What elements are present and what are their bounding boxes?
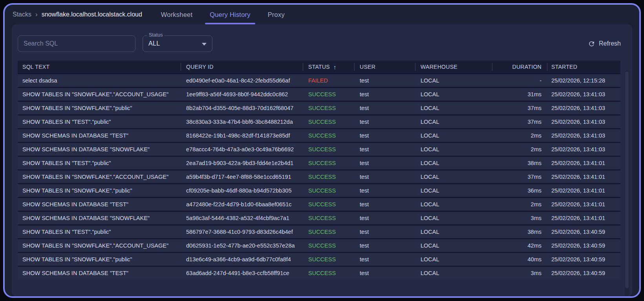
cell-status: SUCCESS — [303, 212, 354, 224]
table-row[interactable]: SHOW TABLES IN "SNOWFLAKE"."ACCOUNT_USAG… — [18, 238, 620, 252]
cell-warehouse: LOCAL — [415, 129, 492, 142]
table-row[interactable]: SHOW TABLES IN "SNOWFLAKE"."public" cf09… — [18, 183, 620, 197]
cell-started: 25/02/2026, 13:40:59 — [547, 267, 620, 279]
query-history-table: SQL TEXT QUERY ID STATUS ↑ USER WAREHOUS… — [18, 61, 620, 279]
cell-status: SUCCESS — [303, 184, 354, 197]
table-row[interactable]: SHOW SCHEMAS IN DATABASE "SNOWFLAKE" e78… — [18, 142, 620, 156]
refresh-button-label: Refresh — [599, 40, 621, 47]
table-row[interactable]: SHOW TABLES IN "TEST"."public" 2ea7ad19-… — [18, 156, 620, 169]
cell-user: test — [354, 171, 415, 183]
table-row[interactable]: SHOW TABLES IN "SNOWFLAKE"."public" d13e… — [18, 252, 620, 266]
table-row[interactable]: SHOW TABLES IN "TEST"."public" 38c830a3-… — [18, 114, 620, 128]
breadcrumb-separator: › — [35, 11, 38, 18]
column-header-status[interactable]: STATUS ↑ — [303, 61, 354, 73]
cell-user: test — [354, 116, 415, 128]
cell-query-id: 1ee9ff83-a56f-4693-8b0f-9442ddc0c862 — [181, 88, 303, 101]
cell-status: FAILED — [303, 74, 354, 87]
cell-query-id: a59b4f3b-d717-4ee7-8f88-58e1ccd65191 — [181, 171, 303, 183]
controls-row: Status ALL Refresh — [18, 35, 626, 52]
table-row[interactable]: SHOW SCHEMAS IN DATABASE "TEST" a472480e… — [18, 197, 620, 211]
cell-sql-text: SHOW SCHEMAS IN DATABASE "TEST" — [18, 267, 181, 279]
refresh-icon — [588, 40, 595, 48]
cell-query-id: 8b2ab704-d355-405e-88d3-70d162f68047 — [181, 102, 303, 114]
table-row[interactable]: SHOW SCHEMAS IN DATABASE "TEST" 8168422e… — [18, 128, 620, 142]
cell-user: test — [354, 239, 415, 252]
cell-duration: - — [492, 74, 547, 87]
cell-user: test — [354, 88, 415, 101]
sort-ascending-icon[interactable]: ↑ — [333, 64, 337, 70]
cell-query-id: d13e6c49-a366-4cb9-aa9d-6db77c0fa8f4 — [181, 253, 303, 266]
refresh-button[interactable]: Refresh — [588, 40, 621, 48]
cell-started: 25/02/2026, 13:41:03 — [547, 129, 620, 142]
cell-warehouse: LOCAL — [415, 157, 492, 169]
table-row[interactable]: select dsadsa ed0490ef-e0a0-46a1-8c42-2f… — [18, 73, 620, 87]
tab-proxy[interactable]: Proxy — [263, 5, 289, 24]
cell-user: test — [354, 74, 415, 87]
table-header-row: SQL TEXT QUERY ID STATUS ↑ USER WAREHOUS… — [18, 61, 620, 73]
column-header-started[interactable]: STARTED — [547, 61, 620, 73]
tab-query-history[interactable]: Query History — [205, 5, 255, 24]
tab-worksheet[interactable]: Worksheet — [156, 5, 197, 24]
cell-query-id: e78accc4-764b-47a3-a0e3-0c49a76b6692 — [181, 143, 303, 156]
column-header-query-id[interactable]: QUERY ID — [181, 61, 303, 73]
column-header-user[interactable]: USER — [354, 61, 415, 73]
cell-sql-text: SHOW TABLES IN "SNOWFLAKE"."public" — [18, 184, 181, 197]
cell-query-id: d0625931-1e52-477b-ae20-e552c357e28a — [181, 239, 303, 252]
cell-sql-text: SHOW SCHEMAS IN DATABASE "SNOWFLAKE" — [18, 143, 181, 156]
breadcrumb: Stacks › snowflake.localhost.localstack.… — [13, 5, 142, 24]
breadcrumb-stacks-link[interactable]: Stacks — [13, 11, 31, 18]
cell-started: 25/02/2026, 13:41:03 — [547, 102, 620, 114]
status-filter-select[interactable]: Status ALL — [143, 35, 212, 52]
table-body: select dsadsa ed0490ef-e0a0-46a1-8c42-2f… — [18, 73, 620, 279]
table-row[interactable]: SHOW SCHEMAS IN DATABASE "TEST" 63ad6add… — [18, 266, 620, 279]
cell-warehouse: LOCAL — [415, 226, 492, 238]
cell-warehouse: LOCAL — [415, 171, 492, 183]
cell-started: 25/02/2026, 13:41:01 — [547, 184, 620, 197]
tab-query-history-label: Query History — [210, 11, 250, 18]
cell-started: 25/02/2026, 13:41:03 — [547, 116, 620, 128]
cell-user: test — [354, 198, 415, 211]
cell-duration: 2ms — [492, 129, 547, 142]
top-bar: Stacks › snowflake.localhost.localstack.… — [5, 5, 639, 24]
cell-status: SUCCESS — [303, 198, 354, 211]
cell-duration: 37ms — [492, 171, 547, 183]
cell-started: 25/02/2026, 13:40:59 — [547, 239, 620, 252]
table-row[interactable]: SHOW TABLES IN "SNOWFLAKE"."public" 8b2a… — [18, 101, 620, 114]
cell-warehouse: LOCAL — [415, 102, 492, 114]
search-sql-input[interactable] — [18, 35, 135, 52]
cell-user: test — [354, 157, 415, 169]
cell-status: SUCCESS — [303, 129, 354, 142]
table-row[interactable]: SHOW TABLES IN "SNOWFLAKE"."ACCOUNT_USAG… — [18, 87, 620, 101]
cell-started: 25/02/2026, 13:41:03 — [547, 88, 620, 101]
column-header-duration[interactable]: DURATION — [492, 61, 547, 73]
cell-duration: 31ms — [492, 88, 547, 101]
cell-started: 25/02/2026, 13:41:01 — [547, 157, 620, 169]
cell-query-id: 38c830a3-333a-47b4-bbf6-3bc8488212da — [181, 116, 303, 128]
cell-duration: 3ms — [492, 212, 547, 224]
column-header-sql-text[interactable]: SQL TEXT — [18, 61, 181, 73]
cell-warehouse: LOCAL — [415, 143, 492, 156]
cell-status: SUCCESS — [303, 171, 354, 183]
cell-user: test — [354, 253, 415, 266]
cell-status: SUCCESS — [303, 253, 354, 266]
cell-status: SUCCESS — [303, 267, 354, 279]
table-row[interactable]: SHOW SCHEMAS IN DATABASE "SNOWFLAKE" 5a9… — [18, 211, 620, 224]
vertical-scrollbar[interactable] — [624, 71, 629, 296]
cell-warehouse: LOCAL — [415, 198, 492, 211]
cell-warehouse: LOCAL — [415, 184, 492, 197]
cell-duration: 38ms — [492, 226, 547, 238]
column-header-warehouse[interactable]: WAREHOUSE — [415, 61, 492, 73]
cell-sql-text: SHOW TABLES IN "TEST"."public" — [18, 226, 181, 238]
cell-sql-text: SHOW TABLES IN "TEST"."public" — [18, 157, 181, 169]
cell-started: 25/02/2026, 13:41:01 — [547, 198, 620, 211]
scrollbar-thumb[interactable] — [625, 72, 629, 288]
cell-status: SUCCESS — [303, 157, 354, 169]
cell-status: SUCCESS — [303, 116, 354, 128]
cell-warehouse: LOCAL — [415, 74, 492, 87]
table-row[interactable]: SHOW TABLES IN "TEST"."public" 586797e7-… — [18, 224, 620, 238]
cell-sql-text: SHOW TABLES IN "SNOWFLAKE"."ACCOUNT_USAG… — [18, 239, 181, 252]
table-row[interactable]: SHOW TABLES IN "SNOWFLAKE"."ACCOUNT_USAG… — [18, 169, 620, 183]
tab-bar: Worksheet Query History Proxy — [148, 5, 289, 24]
cell-sql-text: SHOW SCHEMAS IN DATABASE "SNOWFLAKE" — [18, 212, 181, 224]
cell-duration: 2ms — [492, 198, 547, 211]
